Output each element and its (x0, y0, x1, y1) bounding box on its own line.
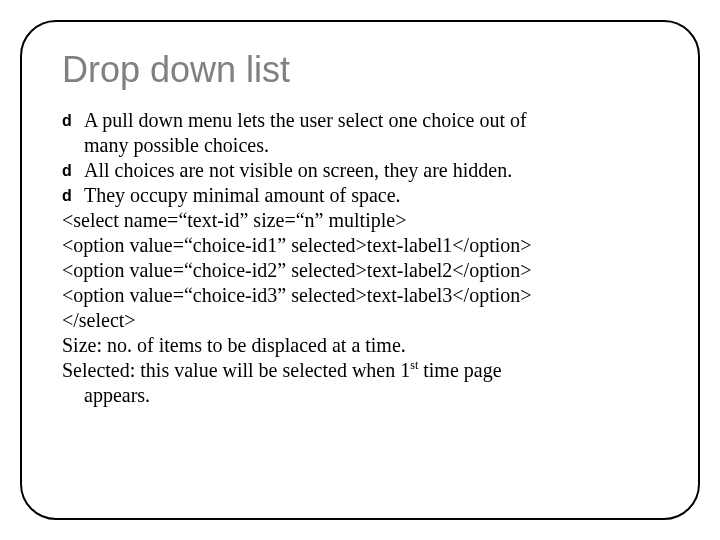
bullet-item-2: d All choices are not visible on screen,… (62, 158, 658, 183)
note-selected-pre: Selected: this value will be selected wh… (62, 359, 410, 381)
slide-title: Drop down list (62, 50, 658, 90)
bullet-text: A pull down menu lets the user select on… (84, 109, 527, 131)
bullet-item-3: d They occupy minimal amount of space. (62, 183, 658, 208)
code-line-4: <option value=“choice-id3” selected>text… (62, 283, 658, 308)
slide-body: d A pull down menu lets the user select … (62, 108, 658, 408)
code-line-5: </select> (62, 308, 658, 333)
note-selected-line1: Selected: this value will be selected wh… (62, 358, 658, 383)
note-selected-post: time page (418, 359, 501, 381)
slide-frame: Drop down list d A pull down menu lets t… (20, 20, 700, 520)
note-selected-line2: appears. (62, 383, 658, 408)
note-size: Size: no. of items to be displaced at a … (62, 333, 658, 358)
code-line-3: <option value=“choice-id2” selected>text… (62, 258, 658, 283)
bullet-icon: d (62, 186, 72, 206)
code-line-1: <select name=“text-id” size=“n” multiple… (62, 208, 658, 233)
bullet-icon: d (62, 111, 72, 131)
bullet-text: All choices are not visible on screen, t… (84, 159, 512, 181)
bullet-icon: d (62, 161, 72, 181)
bullet-item-1-cont: many possible choices. (62, 133, 658, 158)
bullet-item-1: d A pull down menu lets the user select … (62, 108, 658, 133)
code-line-2: <option value=“choice-id1” selected>text… (62, 233, 658, 258)
bullet-text: They occupy minimal amount of space. (84, 184, 401, 206)
